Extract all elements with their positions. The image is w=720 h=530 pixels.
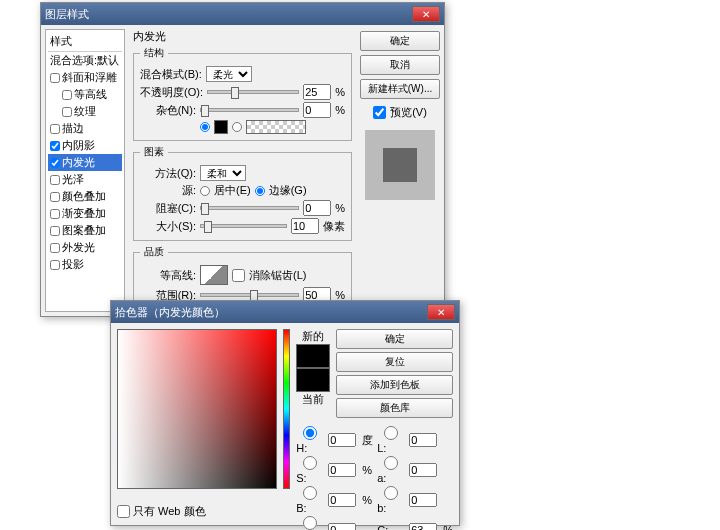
color-field[interactable] [117, 329, 277, 489]
noise-input[interactable] [303, 102, 331, 118]
opacity-label: 不透明度(O): [140, 85, 203, 100]
style-row-1[interactable]: 等高线 [48, 86, 122, 103]
color-solid-radio[interactable] [200, 122, 210, 132]
source-label: 源: [140, 183, 196, 198]
style-row-6[interactable]: 光泽 [48, 171, 122, 188]
style-row-4[interactable]: 内阴影 [48, 137, 122, 154]
cancel-button[interactable]: 取消 [360, 55, 440, 75]
picker-titlebar[interactable]: 拾色器（内发光颜色） ✕ [111, 301, 459, 323]
method-select[interactable]: 柔和 [200, 165, 246, 181]
add-swatch-button[interactable]: 添加到色板 [336, 375, 453, 395]
preview-box [365, 130, 435, 200]
new-style-button[interactable]: 新建样式(W)... [360, 79, 440, 99]
h-input[interactable] [328, 433, 356, 447]
bri-input[interactable] [328, 493, 356, 507]
style-checkbox[interactable] [50, 141, 60, 151]
s-input[interactable] [328, 463, 356, 477]
contour-picker[interactable] [200, 265, 228, 285]
group-structure: 结构 混合模式(B): 柔光 不透明度(O): % 杂色(N): % [133, 46, 352, 141]
antialias-checkbox[interactable] [232, 269, 245, 282]
style-row-11[interactable]: 投影 [48, 256, 122, 273]
right-panel: 确定 取消 新建样式(W)... 预览(V) [356, 25, 444, 316]
a-input[interactable] [409, 463, 437, 477]
color-lib-button[interactable]: 颜色库 [336, 398, 453, 418]
style-row-3[interactable]: 描边 [48, 120, 122, 137]
styles-list: 样式 混合选项:默认 斜面和浮雕等高线纹理描边内阴影内发光光泽颜色叠加渐变叠加图… [45, 29, 125, 312]
glow-color-swatch[interactable] [214, 120, 228, 134]
style-row-7[interactable]: 颜色叠加 [48, 188, 122, 205]
style-label: 外发光 [62, 240, 95, 255]
group-elements: 图素 方法(Q): 柔和 源: 居中(E) 边缘(G) 阻塞(C): % [133, 145, 352, 241]
color-picker-dialog: 拾色器（内发光颜色） ✕ 新的 当前 确定 复位 添加到色板 颜色库 [110, 300, 460, 526]
style-checkbox[interactable] [50, 209, 60, 219]
style-checkbox[interactable] [50, 260, 60, 270]
opacity-input[interactable] [303, 84, 331, 100]
style-row-9[interactable]: 图案叠加 [48, 222, 122, 239]
options-panel: 内发光 结构 混合模式(B): 柔光 不透明度(O): % 杂色(N): [129, 25, 356, 316]
s-radio[interactable] [296, 456, 324, 470]
size-input[interactable] [291, 218, 319, 234]
choke-input[interactable] [303, 200, 331, 216]
style-checkbox[interactable] [50, 73, 60, 83]
r-input[interactable] [328, 523, 356, 530]
style-label: 渐变叠加 [62, 206, 106, 221]
styles-header: 样式 [48, 32, 122, 52]
style-label: 图案叠加 [62, 223, 106, 238]
style-row-5[interactable]: 内发光 [48, 154, 122, 171]
range-slider[interactable] [200, 293, 299, 297]
lab-b-input[interactable] [409, 493, 437, 507]
current-color-swatch [296, 368, 330, 392]
style-checkbox[interactable] [62, 90, 72, 100]
style-label: 光泽 [62, 172, 84, 187]
style-label: 颜色叠加 [62, 189, 106, 204]
opacity-slider[interactable] [207, 90, 299, 94]
style-checkbox[interactable] [50, 226, 60, 236]
web-only-checkbox[interactable] [117, 505, 130, 518]
l-radio[interactable] [377, 426, 405, 440]
style-checkbox[interactable] [50, 192, 60, 202]
preview-checkbox[interactable] [373, 106, 386, 119]
noise-slider[interactable] [200, 108, 299, 112]
new-color-swatch [296, 344, 330, 368]
picker-reset-button[interactable]: 复位 [336, 352, 453, 372]
source-edge-radio[interactable] [255, 186, 265, 196]
size-slider[interactable] [200, 224, 287, 228]
layer-style-dialog: 图层样式 ✕ 样式 混合选项:默认 斜面和浮雕等高线纹理描边内阴影内发光光泽颜色… [40, 2, 445, 317]
size-label: 大小(S): [140, 219, 196, 234]
style-row-10[interactable]: 外发光 [48, 239, 122, 256]
b-radio[interactable] [296, 486, 324, 500]
r-radio[interactable] [296, 516, 324, 530]
color-values: H:度 L: S:% a: B:% b: R: C:% G: M:% B: Y:… [296, 426, 453, 530]
lab-b-radio[interactable] [377, 486, 405, 500]
style-checkbox[interactable] [50, 158, 60, 168]
style-label: 描边 [62, 121, 84, 136]
blend-default-row[interactable]: 混合选项:默认 [48, 52, 122, 69]
noise-label: 杂色(N): [140, 103, 196, 118]
source-center-radio[interactable] [200, 186, 210, 196]
style-checkbox[interactable] [50, 124, 60, 134]
glow-gradient-swatch[interactable] [246, 120, 306, 134]
choke-slider[interactable] [200, 206, 299, 210]
a-radio[interactable] [377, 456, 405, 470]
ok-button[interactable]: 确定 [360, 31, 440, 51]
blend-mode-select[interactable]: 柔光 [206, 66, 252, 82]
l-input[interactable] [409, 433, 437, 447]
style-row-8[interactable]: 渐变叠加 [48, 205, 122, 222]
web-only-row: 只有 Web 颜色 [117, 504, 206, 519]
color-gradient-radio[interactable] [232, 122, 242, 132]
style-checkbox[interactable] [50, 175, 60, 185]
style-row-2[interactable]: 纹理 [48, 103, 122, 120]
style-checkbox[interactable] [62, 107, 72, 117]
close-icon[interactable]: ✕ [427, 304, 455, 320]
style-row-0[interactable]: 斜面和浮雕 [48, 69, 122, 86]
c-input[interactable] [409, 523, 437, 530]
style-label: 内阴影 [62, 138, 95, 153]
close-icon[interactable]: ✕ [412, 6, 440, 22]
style-checkbox[interactable] [50, 243, 60, 253]
hue-slider[interactable] [283, 329, 290, 489]
picker-ok-button[interactable]: 确定 [336, 329, 453, 349]
titlebar[interactable]: 图层样式 ✕ [41, 3, 444, 25]
choke-label: 阻塞(C): [140, 201, 196, 216]
h-radio[interactable] [296, 426, 324, 440]
method-label: 方法(Q): [140, 166, 196, 181]
